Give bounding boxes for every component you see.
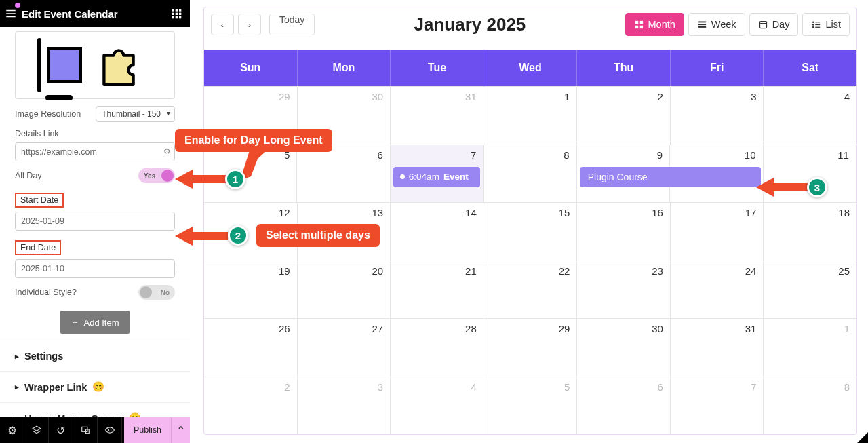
day-number: 30	[372, 91, 383, 102]
day-cell[interactable]: 19	[204, 261, 298, 319]
day-cell[interactable]: 3	[671, 87, 764, 145]
publish-button[interactable]: Publish	[124, 417, 171, 443]
day-cell[interactable]: 28	[391, 319, 484, 377]
day-cell[interactable]: 17	[671, 203, 764, 261]
day-number: 10	[745, 149, 756, 161]
day-number: 26	[279, 323, 290, 334]
day-number: 30	[652, 323, 663, 334]
svg-rect-23	[760, 21, 766, 28]
day-number: 8	[564, 149, 569, 161]
day-cell[interactable]: 76:04am Event	[391, 145, 484, 203]
day-cell[interactable]: 2	[577, 87, 671, 145]
all-day-toggle[interactable]: Yes	[138, 168, 175, 183]
day-cell[interactable]: 29	[484, 319, 578, 377]
day-cell[interactable]: 29	[204, 87, 298, 145]
layers-icon[interactable]	[24, 417, 49, 443]
details-link-input[interactable]	[15, 142, 175, 161]
day-cell[interactable]: 5	[484, 377, 578, 435]
event-name: Event	[443, 172, 469, 182]
day-number: 18	[838, 207, 850, 218]
day-cell[interactable]: 4	[391, 377, 484, 435]
publish-options-button[interactable]: ⌃	[171, 417, 190, 443]
day-cell[interactable]: 30	[298, 87, 391, 145]
day-number: 16	[652, 207, 663, 218]
day-cell[interactable]: 31	[671, 319, 764, 377]
today-button[interactable]: Today	[269, 14, 315, 35]
day-cell[interactable]: 14	[391, 203, 484, 261]
day-number: 9	[657, 149, 663, 161]
day-number: 7	[471, 149, 476, 161]
event-single[interactable]: 6:04am Event	[393, 167, 480, 187]
day-cell[interactable]: 31	[391, 87, 484, 145]
gear-icon[interactable]: ⚙	[163, 147, 171, 156]
view-month-button[interactable]: Month	[625, 13, 684, 36]
day-cell[interactable]: 1	[484, 87, 578, 145]
individual-style-toggle[interactable]: No	[138, 285, 175, 300]
start-date-input[interactable]	[15, 212, 175, 231]
accordion-happy-mouse[interactable]: ▸Happy Mouse Cursor😊	[0, 403, 190, 417]
end-date-input[interactable]	[15, 259, 175, 278]
accordion-wrapper-link[interactable]: ▸Wrapper Link😊	[0, 372, 190, 403]
svg-rect-3	[172, 9, 174, 11]
day-cell[interactable]: 23	[577, 261, 671, 319]
toggle-text: No	[161, 289, 170, 296]
preview-icon[interactable]	[98, 417, 122, 443]
end-date-label: End Date	[15, 240, 61, 255]
responsive-icon[interactable]	[73, 417, 98, 443]
prev-button[interactable]: ‹	[211, 14, 234, 35]
day-cell[interactable]: 22	[484, 261, 578, 319]
day-cell[interactable]: 18	[764, 203, 856, 261]
day-cell[interactable]: 30	[577, 319, 671, 377]
view-day-button[interactable]: Day	[749, 13, 799, 36]
editor-title: Edit Event Calendar	[22, 8, 163, 20]
view-list-button[interactable]: List	[802, 13, 850, 36]
day-cell[interactable]: 8	[764, 377, 856, 435]
day-number: 31	[745, 323, 757, 334]
day-cell[interactable]: 6	[297, 145, 390, 203]
menu-button[interactable]	[0, 0, 22, 27]
day-of-week-header: SunMonTueWedThuFriSat	[204, 50, 856, 86]
svg-rect-28	[816, 24, 821, 24]
apps-grid-button[interactable]	[163, 0, 190, 27]
settings-icon[interactable]: ⚙	[0, 417, 24, 443]
history-icon[interactable]: ↺	[49, 417, 73, 443]
day-cell[interactable]: 11	[764, 145, 856, 203]
add-item-button[interactable]: ＋ Add Item	[60, 311, 130, 334]
event-span[interactable]: Plugin Course	[580, 167, 761, 187]
accordion-settings[interactable]: ▸Settings	[0, 341, 190, 372]
resize-handle-icon	[857, 432, 868, 443]
day-cell[interactable]: 26	[204, 319, 298, 377]
day-number: 27	[372, 323, 383, 334]
day-cell[interactable]: 24	[671, 261, 764, 319]
puzzle-icon	[94, 41, 143, 90]
details-link-label: Details Link	[15, 129, 175, 138]
day-cell[interactable]: 6	[577, 377, 671, 435]
week-row: 2627282930311	[204, 318, 856, 377]
day-cell[interactable]: 25	[764, 261, 856, 319]
day-cell[interactable]: 1	[764, 319, 856, 377]
image-preview[interactable]	[15, 31, 175, 99]
day-cell[interactable]: 27	[298, 319, 391, 377]
day-cell[interactable]: 8	[484, 145, 576, 203]
day-cell[interactable]: 2	[204, 377, 298, 435]
day-cell[interactable]: 16	[577, 203, 671, 261]
image-resolution-select[interactable]: Thumbnail - 150	[96, 106, 175, 122]
day-cell[interactable]: 13	[298, 203, 391, 261]
day-cell[interactable]: 3	[298, 377, 391, 435]
day-cell[interactable]: 7	[671, 377, 764, 435]
day-cell[interactable]: 5	[204, 145, 297, 203]
dow-cell: Tue	[391, 50, 484, 86]
day-cell[interactable]: 12	[204, 203, 298, 261]
dow-cell: Sat	[764, 50, 856, 86]
accordion: ▸Settings ▸Wrapper Link😊 ▸Happy Mouse Cu…	[0, 341, 190, 417]
view-week-button[interactable]: Week	[688, 13, 745, 36]
day-cell[interactable]: 4	[764, 87, 856, 145]
add-item-label: Add Item	[83, 317, 119, 328]
day-number: 4	[844, 91, 850, 102]
day-cell[interactable]: 15	[484, 203, 578, 261]
calendar-title: January 2025	[319, 14, 620, 35]
next-button[interactable]: ›	[238, 14, 261, 35]
day-cell[interactable]: 21	[391, 261, 484, 319]
day-cell[interactable]: 20	[298, 261, 391, 319]
week-row: 12131415161718	[204, 202, 856, 261]
